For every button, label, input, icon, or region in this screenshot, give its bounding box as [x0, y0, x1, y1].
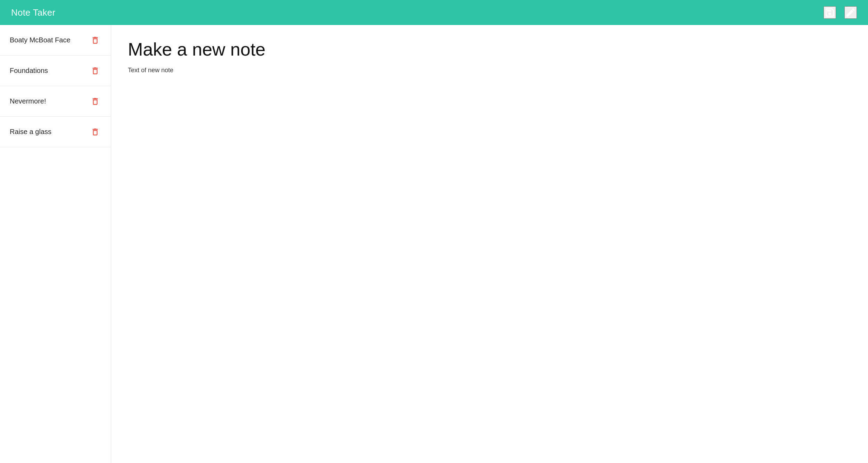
note-editor-body: Text of new note — [128, 67, 851, 74]
note-title-3: Nevermore! — [10, 97, 46, 105]
delete-note-4-button[interactable] — [89, 126, 101, 138]
pencil-icon — [845, 7, 856, 18]
header-actions — [824, 6, 857, 19]
list-item[interactable]: Nevermore! — [0, 86, 111, 117]
app-header: Note Taker — [0, 0, 868, 25]
note-title-2: Foundations — [10, 67, 48, 75]
save-button[interactable] — [824, 6, 836, 19]
trash-icon — [91, 66, 100, 75]
note-title-4: Raise a glass — [10, 128, 51, 136]
list-item[interactable]: Boaty McBoat Face — [0, 25, 111, 56]
trash-icon — [91, 97, 100, 106]
app-title: Note Taker — [11, 7, 55, 18]
list-item[interactable]: Foundations — [0, 56, 111, 86]
main-layout: Boaty McBoat Face Foundations Nevermore! — [0, 25, 868, 463]
delete-note-1-button[interactable] — [89, 34, 101, 46]
note-title-1: Boaty McBoat Face — [10, 36, 71, 44]
delete-note-3-button[interactable] — [89, 96, 101, 107]
note-editor-title: Make a new note — [128, 39, 851, 60]
save-icon — [824, 7, 835, 18]
delete-note-2-button[interactable] — [89, 65, 101, 77]
trash-icon — [91, 127, 100, 137]
notes-sidebar: Boaty McBoat Face Foundations Nevermore! — [0, 25, 111, 463]
trash-icon — [91, 36, 100, 45]
note-editor: Make a new note Text of new note — [111, 25, 868, 463]
edit-button[interactable] — [844, 6, 857, 19]
list-item[interactable]: Raise a glass — [0, 117, 111, 147]
